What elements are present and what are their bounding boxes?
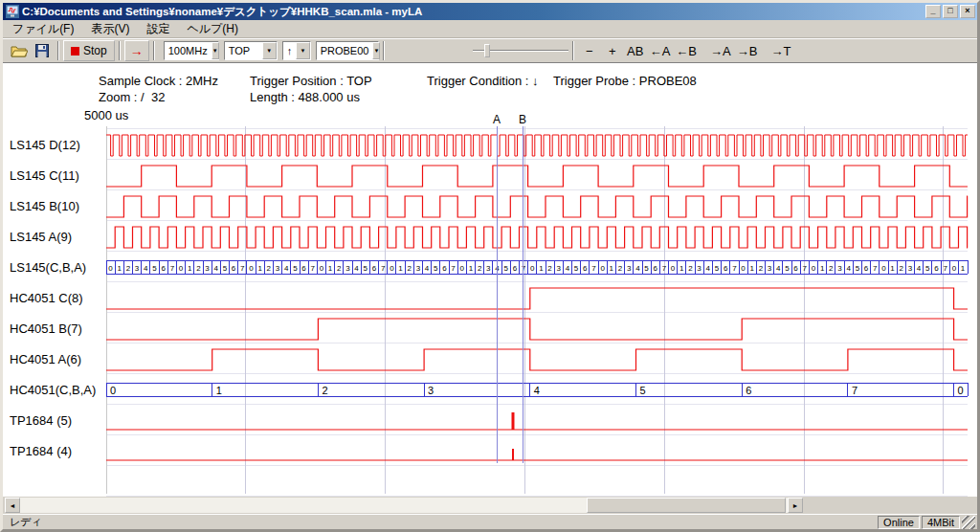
bus-value: 5: [925, 264, 930, 273]
trigger-position-select[interactable]: TOP ▼: [224, 41, 278, 60]
waveform-canvas[interactable]: 5000 usLS145 D(12)LS145 C(11)LS145 B(10)…: [3, 63, 977, 497]
open-button[interactable]: [8, 40, 31, 61]
bus-value: 3: [276, 264, 280, 273]
dropdown-arrow-icon[interactable]: ▼: [372, 42, 380, 59]
titlebar[interactable]: C:¥Documents and Settings¥noname¥デスクトップ¥…: [3, 3, 977, 20]
bus-value: 1: [749, 264, 754, 273]
bus-value: 7: [662, 264, 667, 273]
dropdown-arrow-icon[interactable]: ▼: [212, 42, 219, 59]
run-button[interactable]: →: [124, 40, 149, 61]
scroll-right-button[interactable]: ►: [788, 498, 803, 513]
bus-value: 5: [640, 385, 646, 396]
goto-cursor-a-right-button[interactable]: →A: [707, 40, 734, 61]
bus-value: 6: [372, 264, 377, 273]
goto-cursor-b-left-button[interactable]: ←B: [673, 40, 700, 61]
zoom-in-button[interactable]: +: [601, 40, 624, 61]
minimize-button[interactable]: _: [925, 5, 941, 18]
toolbar-separator: [119, 41, 121, 60]
menu-view[interactable]: 表示(V): [82, 19, 138, 39]
toolbar-separator: [572, 41, 574, 60]
bus-value: 5: [644, 264, 649, 273]
maximize-button[interactable]: □: [943, 5, 958, 18]
resize-grip[interactable]: [962, 516, 975, 529]
toolbar-separator: [57, 41, 59, 60]
bus-value: 4: [635, 264, 640, 273]
trigger-position-value: TOP: [225, 45, 262, 56]
goto-cursor-a-left-button[interactable]: ←A: [647, 40, 674, 61]
menu-help[interactable]: ヘルプ(H): [178, 19, 247, 39]
trigger-edge-value: ↑: [283, 45, 297, 56]
toolbar-separator: [153, 41, 155, 60]
zoom-out-button[interactable]: −: [578, 40, 601, 61]
zoom-slider[interactable]: [473, 41, 568, 60]
bus-value: 2: [547, 264, 552, 273]
sample-clock-select[interactable]: 100MHz ▼: [164, 41, 219, 60]
length-info: Length : 488.000 us: [250, 90, 360, 104]
bus-value: 2: [337, 264, 342, 273]
close-button[interactable]: ×: [960, 5, 975, 18]
waveform-trace: [106, 166, 968, 187]
bus-value: 2: [478, 264, 482, 273]
bus-value: 2: [829, 264, 834, 273]
horizontal-scrollbar[interactable]: ◄ ►: [5, 498, 803, 513]
menu-settings[interactable]: 設定: [138, 19, 178, 39]
stop-button[interactable]: Stop: [63, 40, 115, 61]
bus-value: 3: [486, 264, 491, 273]
bus-value: 1: [398, 264, 403, 273]
bus-value: 3: [557, 264, 562, 273]
bus-value: 2: [900, 264, 904, 273]
waveform-trace: [106, 227, 968, 248]
bus-value: 7: [873, 264, 878, 273]
dropdown-arrow-icon[interactable]: ▼: [262, 42, 277, 59]
trigger-edge-select[interactable]: ↑ ▼: [282, 41, 311, 60]
bus-value: 3: [345, 264, 350, 273]
bus-value: 4: [917, 264, 922, 273]
bus-value: 4: [425, 264, 430, 273]
goto-trigger-button[interactable]: →T: [768, 40, 793, 61]
bus-value: 4: [214, 264, 219, 273]
bus-value: 0: [952, 264, 957, 273]
trigger-probe-select[interactable]: PROBE00 ▼: [316, 41, 379, 60]
stop-icon: [71, 47, 79, 55]
bus-value: 6: [513, 264, 518, 273]
channel-label: HC4051 C(8): [10, 291, 83, 305]
bus-value: 4: [706, 264, 711, 273]
bus-value: 1: [257, 264, 262, 273]
bus-value: 0: [249, 264, 254, 273]
save-button[interactable]: [31, 40, 54, 61]
toolbar-separator: [383, 41, 385, 60]
bus-value: 2: [267, 264, 272, 273]
waveform-client[interactable]: 5000 usLS145 D(12)LS145 C(11)LS145 B(10)…: [3, 63, 977, 497]
bus-value: 0: [320, 264, 324, 273]
channel-label: HC4051 A(6): [10, 352, 81, 366]
status-online: Online: [878, 516, 920, 529]
bus-value: 0: [812, 264, 816, 273]
cursor-ab-button[interactable]: AB: [624, 40, 647, 61]
scroll-track[interactable]: [20, 498, 788, 513]
scroll-left-button[interactable]: ◄: [5, 498, 20, 513]
bus-value: 4: [495, 264, 500, 273]
zoom-slider-thumb[interactable]: [484, 44, 490, 57]
dropdown-arrow-icon[interactable]: ▼: [296, 42, 310, 59]
bus-value: 4: [776, 264, 781, 273]
channel-label: HC4051 B(7): [10, 321, 82, 336]
bus-value: 1: [679, 264, 684, 273]
bus-value: 5: [434, 264, 438, 273]
bus-value: 1: [820, 264, 825, 273]
waveform-trace: [106, 349, 968, 370]
goto-cursor-b-right-button[interactable]: →B: [734, 40, 761, 61]
window-title: C:¥Documents and Settings¥noname¥デスクトップ¥…: [22, 5, 924, 19]
scroll-strip: ◄ ►: [3, 497, 977, 514]
scroll-thumb[interactable]: [587, 498, 786, 513]
bus-value: 2: [407, 264, 412, 273]
bus-value: 3: [205, 264, 210, 273]
bus-value: 0: [390, 264, 394, 273]
bus-value: 7: [591, 264, 596, 273]
bus-value: 0: [108, 264, 113, 273]
bus-value: 2: [196, 264, 201, 273]
bus-value: 7: [943, 264, 947, 273]
bus-value: 3: [908, 264, 913, 273]
bus-value: 6: [301, 264, 306, 273]
menu-file[interactable]: ファイル(F): [4, 19, 82, 39]
bus-value: 6: [793, 264, 798, 273]
